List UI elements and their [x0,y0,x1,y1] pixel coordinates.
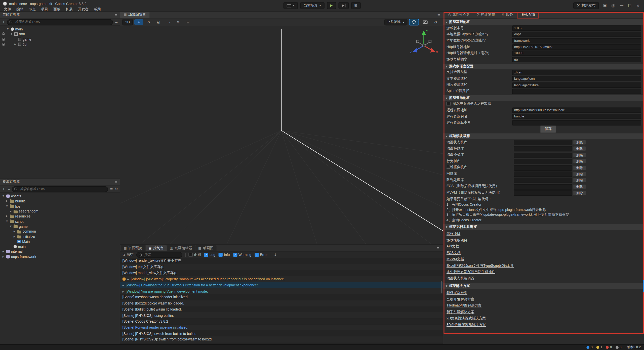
expand-arrow-icon[interactable] [123,289,124,293]
panel-menu-icon[interactable] [114,13,117,17]
asset-node[interactable]: common [0,229,120,234]
3d-mode-toggle[interactable]: 3D [123,19,133,25]
hierarchy-node[interactable]: root [0,32,120,37]
expand-arrow-icon[interactable] [127,277,129,281]
collapse-arrow-icon[interactable] [446,135,447,138]
assets-search-input[interactable] [19,187,106,191]
config-input[interactable] [512,114,641,119]
status-counter[interactable]: 0 [616,345,622,349]
scene-tool-button[interactable] [184,19,193,25]
doc-link[interactable]: Excel格式转Json文件与TypeScript代码工具 [447,262,641,269]
collapse-arrow-icon[interactable] [446,65,447,68]
expand-arrow-icon[interactable] [5,205,9,208]
config-input[interactable] [512,57,641,62]
expand-arrow-icon[interactable] [2,195,5,198]
config-input[interactable] [512,51,641,56]
log-row[interactable]: [Scene] [bullet]:bullet wasm lib loaded. [120,306,443,312]
console-tab[interactable]: 控制台 [146,245,167,251]
filter-icon[interactable] [110,187,113,191]
inspector-tab[interactable]: 构建发布 [474,12,498,18]
remote-load-checkbox[interactable] [447,102,451,106]
solution-link[interactable]: 3D角色扮演游戏解决方案 [447,322,641,328]
help-icon[interactable] [611,4,615,8]
log-row[interactable]: [Scene] meshopt wasm decoder initialized [120,294,443,300]
console-search-input[interactable] [143,252,180,257]
close-button[interactable] [636,3,640,8]
doc-link[interactable]: 游戏模板项目 [447,237,641,243]
menu-item[interactable]: 编辑 [14,7,26,12]
scene-settings-button[interactable] [431,19,440,25]
expand-arrow-icon[interactable] [9,225,12,228]
solution-link[interactable]: 全栈开发解决方案 [447,296,641,302]
sort-assets-icon[interactable] [7,187,10,191]
delete-module-button[interactable]: 删除 [573,171,586,177]
checkbox-icon[interactable] [219,253,223,257]
config-input[interactable] [512,25,641,31]
log-row[interactable]: [Scene] [PHYSICS]: switch from builtin t… [120,330,443,336]
filter-checkbox[interactable]: Warning [233,252,251,257]
expand-arrow-icon[interactable] [5,215,9,218]
filter-checkbox[interactable]: Info [219,252,230,257]
doc-link[interactable]: 动画状态机编辑器 [447,275,641,282]
log-row[interactable]: [Window] Download the Vue Devtools exten… [120,282,443,288]
section-header-solutions[interactable]: 框架解决方案 [443,283,644,289]
asset-node[interactable]: libs [0,204,120,209]
config-input[interactable] [512,44,641,50]
asset-node[interactable]: script [0,219,120,224]
expand-arrow-icon[interactable] [9,210,12,213]
asset-node[interactable]: Main [0,239,120,244]
scene-tool-button[interactable] [144,19,153,25]
asset-node[interactable]: assets [0,194,120,199]
delete-module-button[interactable]: 删除 [573,184,586,189]
expand-arrow-icon[interactable] [123,283,124,287]
doc-link[interactable]: API文档 [447,243,641,250]
status-counter[interactable]: 1 [596,345,602,349]
log-row[interactable]: [Window] You are running Vue in developm… [120,288,443,294]
hierarchy-node[interactable]: main [0,27,120,32]
expand-arrow-icon[interactable] [6,28,9,31]
view-mode-dropdown[interactable]: 正常浏览 [384,19,408,25]
scene-editor-tab[interactable]: 场景编辑器 [120,12,150,18]
camera-settings-button[interactable] [421,19,430,25]
console-tab[interactable]: 动画编辑器 [167,245,195,251]
menu-item[interactable]: 扩展 [63,7,75,12]
config-input[interactable] [512,120,641,125]
filter-checkbox[interactable]: Log [204,252,215,257]
asset-node[interactable]: oops-framework [0,254,120,259]
asset-node[interactable]: game [0,224,120,229]
scene-tool-button[interactable] [174,19,183,25]
section-header-resource[interactable]: 游戏资源配置 [443,95,644,101]
collapse-arrow-icon[interactable] [446,20,447,24]
expand-arrow-icon[interactable] [14,43,17,46]
delete-module-button[interactable]: 删除 [573,140,586,145]
inspector-scrollbar[interactable] [643,280,644,292]
filter-icon[interactable] [115,20,118,24]
clear-console-button[interactable]: 清空 [123,252,134,257]
expand-arrow-icon[interactable] [13,230,16,233]
expand-arrow-icon[interactable] [2,255,5,258]
section-header-modules[interactable]: 框架模块裁剪 [443,133,644,139]
refresh-icon[interactable] [115,187,118,191]
menu-item[interactable]: 项目 [38,7,50,12]
log-row[interactable]: [Window] render_texture文件夹不存在 [120,258,443,264]
scene-tool-button[interactable] [164,19,173,25]
maximize-button[interactable] [628,4,632,8]
asset-node[interactable]: bundle [0,199,120,204]
solution-link[interactable]: 2D角色扮演游戏解决方案 [447,315,641,322]
log-row[interactable]: [Scene] [box2d]:box2d wasm lib loaded. [120,300,443,306]
minimize-button[interactable] [620,4,624,8]
panel-menu-icon[interactable] [114,180,117,184]
delete-module-button[interactable]: 删除 [573,165,586,170]
delete-module-button[interactable]: 删除 [573,178,586,183]
log-row[interactable]: [Scene] Forward render pipeline initiali… [120,324,443,330]
checkbox-icon[interactable] [255,253,259,257]
collapse-arrow-icon[interactable] [446,284,447,288]
menu-item[interactable]: 帮助 [91,7,103,12]
console-scrollbar[interactable] [441,281,442,293]
hierarchy-search-input[interactable] [14,20,110,24]
step-button[interactable] [339,2,349,9]
doc-link[interactable]: MVVM文档 [447,256,641,262]
inspector-tab[interactable]: 属性检查器 [445,12,473,18]
console-tab[interactable]: 动画图 [195,245,216,251]
log-row[interactable]: [Window] model_view文件夹不存在 [120,270,443,276]
